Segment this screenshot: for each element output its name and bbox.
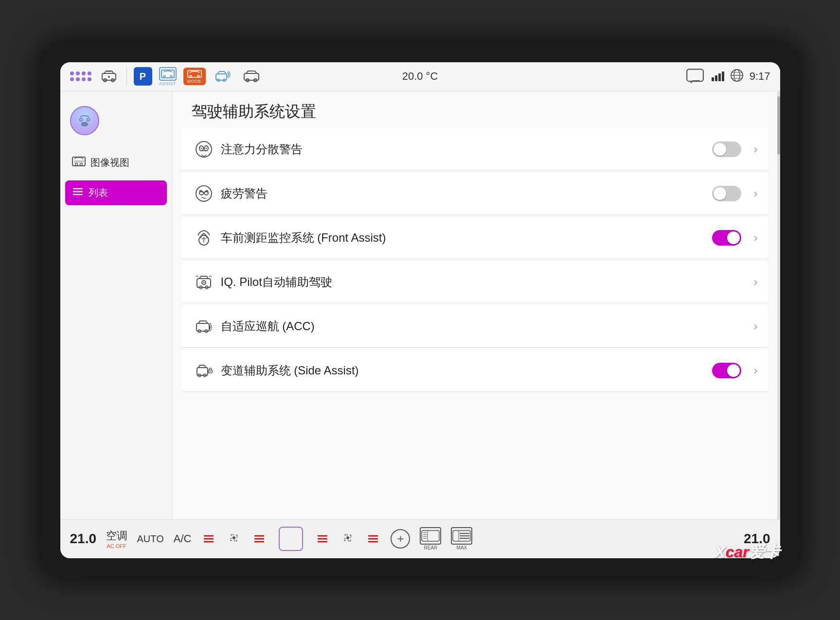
- svg-point-22: [71, 107, 97, 133]
- fatigue-warning-chevron: ›: [754, 187, 758, 200]
- setting-row-acc[interactable]: 自适应巡航 (ACC) ›: [182, 305, 768, 348]
- car-outline-icon[interactable]: [241, 66, 262, 87]
- rear-label: REAR: [424, 545, 437, 550]
- left-fan-icon[interactable]: [225, 529, 243, 549]
- svg-point-6: [170, 75, 172, 77]
- assist-badge[interactable]: ASSIST: [159, 67, 177, 86]
- svg-point-30: [80, 163, 82, 165]
- setting-row-side-assist[interactable]: 变道辅助系统 (Side Assist) ›: [182, 350, 768, 392]
- mode-badge[interactable]: MODE: [183, 68, 206, 85]
- time-display: 9:17: [750, 70, 770, 83]
- watermark: Xcar爱卡: [715, 542, 780, 563]
- svg-point-3: [108, 76, 110, 78]
- ac-off-label: AC OFF: [107, 543, 126, 549]
- setting-row-front-assist[interactable]: 车前测距监控系统 (Front Assist) ›: [182, 217, 768, 259]
- list-view-label: 列表: [89, 186, 108, 199]
- side-assist-toggle-container: ›: [712, 363, 758, 378]
- svg-text:ASSIST: ASSIST: [74, 160, 85, 163]
- right-fan-icon[interactable]: [339, 529, 357, 549]
- front-assist-icon: [192, 226, 216, 250]
- setting-row-attention-warning[interactable]: 注意力分散警告 ›: [182, 128, 768, 171]
- add-button[interactable]: +: [391, 529, 410, 549]
- front-assist-toggle-container: ›: [712, 230, 758, 246]
- iq-pilot-label: IQ. Pilot自动辅助驾驶: [221, 274, 749, 290]
- attention-warning-icon: [192, 137, 216, 161]
- rear-icon: [420, 527, 441, 545]
- rear-button[interactable]: REAR: [420, 527, 441, 550]
- front-assist-toggle[interactable]: [712, 230, 741, 246]
- svg-point-40: [205, 147, 207, 149]
- acc-icon: [192, 314, 216, 338]
- side-assist-chevron: ›: [754, 364, 758, 377]
- side-assist-icon: [192, 358, 216, 383]
- ac-text[interactable]: A/C: [174, 532, 192, 545]
- apps-grid-icon[interactable]: [70, 71, 91, 81]
- setting-row-fatigue-warning[interactable]: 疲劳警告 ›: [182, 173, 768, 215]
- svg-point-27: [87, 119, 89, 121]
- svg-point-9: [197, 75, 199, 77]
- svg-rect-73: [422, 531, 439, 541]
- car-settings-icon[interactable]: [98, 66, 120, 87]
- home-button[interactable]: [279, 527, 303, 551]
- avatar: [70, 106, 99, 135]
- left-fan-speed-icon[interactable]: [200, 530, 217, 548]
- parking-badge[interactable]: P: [134, 67, 152, 86]
- right-fan-speed-icon[interactable]: [364, 530, 382, 548]
- attention-warning-toggle-container: ›: [712, 142, 758, 157]
- front-assist-chevron: ›: [754, 231, 758, 245]
- scroll-indicator[interactable]: [777, 91, 780, 519]
- front-assist-label: 车前测距监控系统 (Front Assist): [221, 230, 712, 246]
- right-fan-speed-dots[interactable]: [314, 530, 331, 548]
- fatigue-warning-toggle[interactable]: [712, 186, 741, 201]
- acc-chevron-container: ›: [749, 319, 758, 333]
- svg-point-29: [75, 163, 77, 165]
- svg-point-69: [346, 536, 349, 539]
- connected-car-icon[interactable]: [213, 66, 234, 87]
- ac-label[interactable]: 空调 AC OFF: [106, 529, 127, 549]
- acc-chevron: ›: [754, 319, 758, 333]
- svg-point-41: [196, 186, 212, 201]
- svg-point-26: [80, 119, 82, 121]
- svg-point-5: [163, 75, 165, 77]
- iq-pilot-chevron: ›: [754, 275, 758, 289]
- setting-row-iq-pilot[interactable]: IQ. Pilot自动辅助驾驶 ›: [182, 261, 768, 303]
- status-left: P ASSIST: [70, 66, 304, 87]
- auto-label[interactable]: AUTO: [137, 533, 164, 545]
- sidebar-item-list-view[interactable]: 列表: [65, 180, 167, 205]
- svg-point-62: [232, 536, 235, 539]
- svg-rect-16: [687, 69, 703, 81]
- temp-left: 21.0: [70, 531, 99, 547]
- max-button[interactable]: MAX: [451, 527, 472, 550]
- svg-point-50: [203, 282, 204, 283]
- signal-bars-icon: [712, 71, 724, 81]
- svg-point-8: [190, 75, 192, 77]
- image-view-label: 图像视图: [90, 156, 129, 169]
- outer-frame: P ASSIST: [41, 43, 800, 578]
- message-icon[interactable]: [684, 66, 706, 87]
- page-title: 驾驶辅助系统设置: [172, 91, 777, 127]
- fatigue-warning-label: 疲劳警告: [221, 186, 712, 201]
- fatigue-warning-toggle-container: ›: [712, 186, 758, 201]
- max-label: MAX: [457, 545, 467, 550]
- svg-point-25: [81, 122, 88, 126]
- iq-pilot-icon: [192, 270, 216, 294]
- sidebar-item-image-view[interactable]: ASSIST 图像视图: [65, 150, 167, 176]
- acc-label: 自适应巡航 (ACC): [221, 319, 749, 334]
- assist-label: ASSIST: [159, 81, 176, 86]
- left-fan-speed-dots[interactable]: [250, 530, 268, 548]
- divider: [126, 68, 127, 85]
- side-assist-toggle[interactable]: [712, 363, 741, 378]
- content-with-scroll: 驾驶辅助系统设置: [172, 91, 780, 519]
- attention-warning-label: 注意力分散警告: [221, 142, 712, 157]
- svg-point-35: [196, 142, 212, 157]
- scroll-thumb[interactable]: [777, 96, 780, 155]
- ac-main-label: 空调: [106, 529, 127, 543]
- settings-list: 注意力分散警告 ›: [172, 127, 777, 393]
- iq-pilot-chevron-container: ›: [749, 275, 758, 289]
- temperature-display: 20.0 °C: [402, 70, 438, 83]
- screen: P ASSIST: [60, 62, 780, 558]
- attention-warning-toggle[interactable]: [712, 142, 741, 157]
- fatigue-warning-icon: [192, 181, 216, 206]
- status-bar: P ASSIST: [60, 62, 780, 91]
- bottom-bar: 21.0 空调 AC OFF AUTO A/C: [60, 519, 780, 558]
